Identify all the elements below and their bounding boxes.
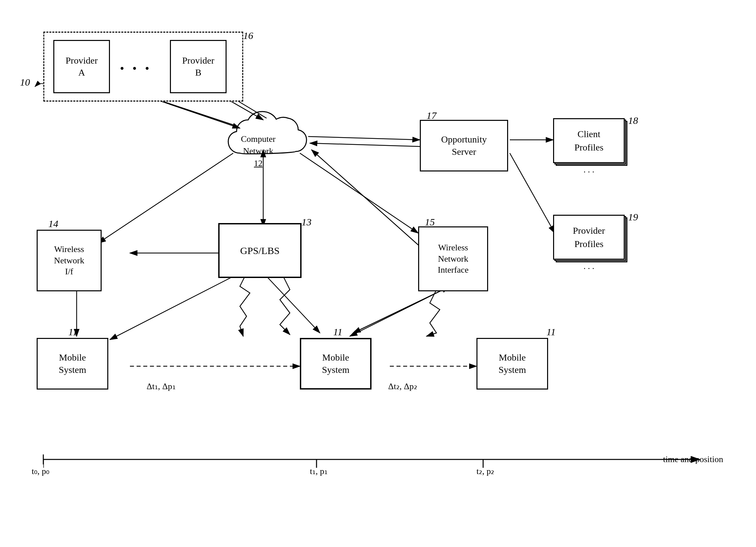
ref-11-left: 11 — [68, 326, 78, 337]
ref-19: 19 — [628, 212, 638, 223]
wireless-network-if-14-box: WirelessNetworkI/f — [37, 230, 102, 291]
provider-a-box: ProviderA — [53, 40, 110, 93]
svg-line-9 — [308, 137, 420, 140]
ref-15: 15 — [425, 217, 435, 228]
svg-line-13 — [98, 153, 233, 243]
dots: • • • — [120, 62, 152, 76]
ref-17: 17 — [426, 110, 436, 121]
delta-1-label: Δt₁, Δp₁ — [147, 381, 176, 391]
ref-16: 16 — [243, 30, 253, 41]
diagram-container: 10 ProviderA • • • ProviderB 16 Computer… — [0, 0, 756, 547]
mobile-system-1-box: MobileSystem — [37, 338, 108, 389]
gps-lbs-box: GPS/LBS — [218, 223, 302, 278]
ref-11-right: 11 — [546, 326, 556, 337]
ref-14: 14 — [48, 218, 58, 230]
delta-2-label: Δt₂, Δp₂ — [388, 381, 417, 391]
svg-line-24 — [510, 153, 555, 233]
svg-line-15 — [110, 273, 240, 339]
ref-18: 18 — [628, 115, 638, 126]
ref-13: 13 — [302, 217, 312, 228]
mobile-system-3-box: MobileSystem — [476, 338, 548, 389]
svg-line-22 — [312, 150, 420, 247]
cloud-label: ComputerNetwork12 — [232, 133, 285, 170]
wireless-network-interface-15-box: WirelessNetworkInterface — [418, 227, 488, 291]
provider-b-box: ProviderB — [170, 40, 227, 93]
timeline-ticks — [43, 451, 676, 471]
opportunity-server-box: OpportunityServer — [420, 120, 508, 172]
svg-line-10 — [310, 143, 420, 147]
svg-line-18 — [353, 289, 443, 333]
ref-10: 10 — [20, 77, 30, 88]
mobile-system-2-box: MobileSystem — [300, 338, 372, 389]
svg-line-16 — [267, 276, 320, 333]
svg-line-12 — [300, 153, 418, 233]
ref-11-center: 11 — [333, 326, 343, 337]
